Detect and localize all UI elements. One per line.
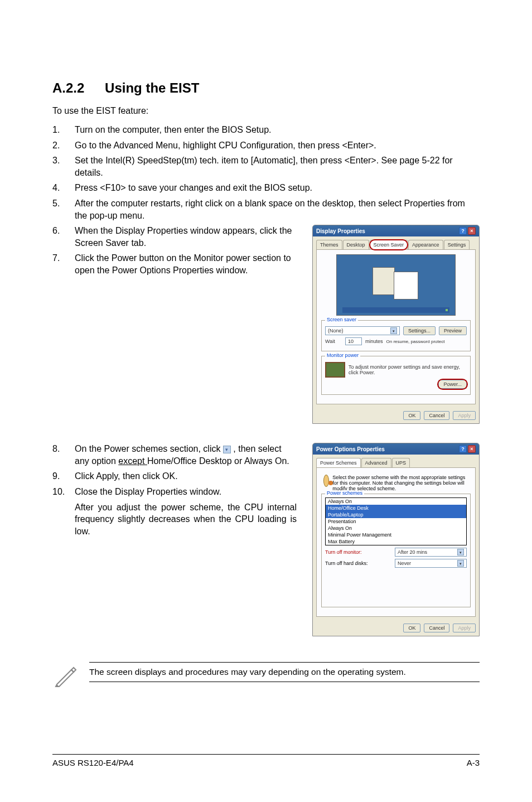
screensaver-group: Screen saver (None) ▾ Settings... Previe… (321, 320, 471, 351)
group-legend: Monitor power (325, 352, 360, 358)
ok-button[interactable]: OK (403, 411, 420, 420)
power-options-titlebar[interactable]: Power Options Properties ? × (313, 443, 479, 455)
chevron-down-icon: ▾ (390, 327, 397, 334)
close-button[interactable]: × (468, 445, 476, 453)
cancel-button[interactable]: Cancel (424, 624, 449, 632)
dialog-buttons: OK Cancel Apply (313, 408, 479, 423)
wait-spinner[interactable]: 10 (345, 337, 362, 345)
step-number: 6. (52, 225, 75, 249)
power-scheme-dropdown[interactable]: Always On Home/Office Desk Portable/Lapt… (325, 497, 467, 545)
step-item: 3.Set the Intel(R) SpeedStep(tm) tech. i… (52, 154, 480, 178)
tab-screen-saver[interactable]: Screen Saver (370, 240, 408, 249)
monitor-power-group: Monitor power To adjust monitor power se… (321, 356, 471, 395)
step-number: 1. (52, 124, 75, 136)
steps-list-1b: 6.When the Display Properties window app… (52, 225, 297, 276)
power-button[interactable]: Power... (438, 380, 467, 389)
step-number: 5. (52, 197, 75, 221)
dropdown-option[interactable]: Presentation (326, 518, 466, 525)
step-number: 7. (52, 252, 75, 276)
screensaver-preview (336, 254, 456, 316)
step-text: Click the Power button on the Monitor po… (75, 252, 297, 276)
dropdown-option[interactable]: Always On (326, 525, 466, 532)
section-heading: A.2.2 Using the EIST (52, 80, 480, 96)
screensaver-select[interactable]: (None) ▾ (325, 326, 400, 335)
step-number: 2. (52, 139, 75, 152)
step-text: Turn on the computer, then enter the BIO… (75, 124, 480, 136)
display-properties-titlebar[interactable]: Display Properties ? × (313, 225, 479, 236)
step-text: Click Apply, then click OK. (75, 470, 297, 482)
dropdown-option[interactable]: Minimal Power Management (326, 532, 466, 538)
apply-button[interactable]: Apply (453, 411, 476, 420)
section-title: Using the EIST (105, 80, 199, 95)
turnoff-hd-label: Turn off hard disks: (325, 561, 391, 566)
power-options-dialog: Power Options Properties ? × Power Schem… (312, 443, 480, 636)
dropdown-option[interactable]: Always On (326, 498, 466, 505)
step-item: 4.Press <F10> to save your changes and e… (52, 182, 480, 194)
power-schemes-group: Power schemes Always On Home/Office Desk… (321, 494, 471, 607)
preview-button[interactable]: Preview (439, 326, 467, 335)
cancel-button[interactable]: Cancel (424, 411, 449, 420)
turnoff-hd-select[interactable]: Never▾ (395, 559, 467, 568)
step-text: When the Display Properties window appea… (75, 225, 297, 249)
help-button[interactable]: ? (459, 445, 467, 453)
chevron-down-icon: ▾ (223, 446, 231, 453)
power-options-header-text: Select the power scheme with the most ap… (332, 475, 468, 491)
footer-right: A-3 (467, 758, 480, 767)
steps-list-1: 1.Turn on the computer, then enter the B… (52, 124, 480, 221)
dialog-title: Power Options Properties (316, 446, 385, 452)
tab-desktop[interactable]: Desktop (343, 240, 369, 249)
step-text: Go to the Advanced Menu, highlight CPU C… (75, 139, 480, 152)
footer-left: ASUS RS120-E4/PA4 (52, 758, 134, 767)
note-box: The screen displays and procedures may v… (52, 661, 480, 689)
help-button[interactable]: ? (459, 227, 467, 235)
step-item: 2.Go to the Advanced Menu, highlight CPU… (52, 139, 480, 152)
page-footer: ASUS RS120-E4/PA4 A-3 (52, 754, 480, 767)
tab-settings[interactable]: Settings (444, 240, 470, 249)
step-text: Set the Intel(R) SpeedStep(tm) tech. ite… (75, 154, 480, 178)
apply-button[interactable]: Apply (453, 624, 476, 632)
tab-ups[interactable]: UPS (392, 458, 410, 467)
tab-themes[interactable]: Themes (316, 240, 342, 249)
monitor-power-text: To adjust monitor power settings and sav… (349, 364, 467, 375)
step-number: 3. (52, 154, 75, 178)
turnoff-monitor-label: Turn off monitor: (325, 549, 391, 555)
section-number: A.2.2 (52, 80, 84, 96)
step-item: 9.Click Apply, then click OK. (52, 470, 297, 482)
tab-power-schemes[interactable]: Power Schemes (316, 458, 361, 467)
step-text: Press <F10> to save your changes and exi… (75, 182, 480, 194)
display-tabs: Themes Desktop Screen Saver Appearance S… (313, 236, 479, 249)
group-legend: Screen saver (325, 317, 358, 322)
monitor-icon (325, 362, 345, 378)
resume-checkbox-label[interactable]: On resume, password protect (386, 339, 445, 344)
wait-minutes: minutes (365, 339, 383, 344)
note-text: The screen displays and procedures may v… (89, 662, 480, 682)
dropdown-option[interactable]: Portable/Laptop (326, 511, 466, 518)
dialog-title: Display Properties (316, 228, 365, 234)
step-number: 9. (52, 470, 75, 482)
steps-list-2: 8. On the Power schemes section, click ▾… (52, 443, 297, 537)
step-item: 1.Turn on the computer, then enter the B… (52, 124, 480, 136)
close-button[interactable]: × (468, 227, 476, 235)
power-options-tabs: Power Schemes Advanced UPS (313, 455, 479, 467)
step-number: 4. (52, 182, 75, 194)
tab-appearance[interactable]: Appearance (408, 240, 443, 249)
lightbulb-icon (323, 475, 329, 487)
settings-button[interactable]: Settings... (403, 326, 436, 335)
step-text: After the computer restarts, right click… (75, 197, 480, 221)
step-item: 6.When the Display Properties window app… (52, 225, 297, 249)
chevron-down-icon: ▾ (457, 549, 464, 555)
display-properties-dialog: Display Properties ? × Themes Desktop Sc… (312, 225, 480, 424)
step-text: Close the Display Properties window. Aft… (75, 486, 297, 537)
tab-advanced[interactable]: Advanced (361, 458, 391, 467)
step-item: 10. Close the Display Properties window.… (52, 486, 297, 537)
group-legend: Power schemes (325, 490, 364, 496)
step-item: 8. On the Power schemes section, click ▾… (52, 443, 297, 467)
turnoff-monitor-select[interactable]: After 20 mins▾ (395, 548, 467, 557)
ok-button[interactable]: OK (403, 624, 420, 632)
pencil-icon (52, 662, 79, 689)
dialog-buttons: OK Cancel Apply (313, 620, 479, 636)
dropdown-option[interactable]: Home/Office Desk (326, 505, 466, 511)
chevron-down-icon: ▾ (457, 560, 464, 567)
step-number: 10. (52, 486, 75, 537)
dropdown-option[interactable]: Max Battery (326, 538, 466, 545)
